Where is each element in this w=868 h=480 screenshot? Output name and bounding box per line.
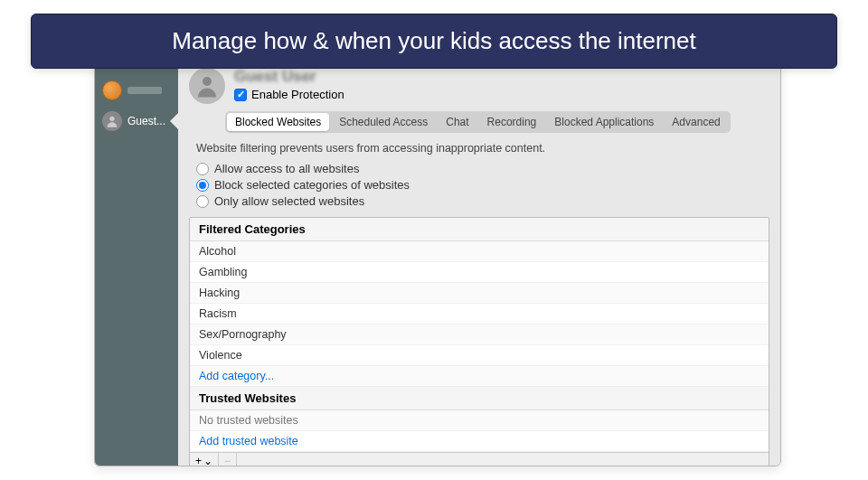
sidebar-item-label: Guest...: [127, 115, 165, 127]
radio-icon[interactable]: [196, 163, 209, 175]
radio-icon[interactable]: [196, 179, 209, 192]
trusted-empty: No trusted websites: [190, 410, 769, 431]
user-sidebar: Guest...: [95, 44, 178, 466]
add-category-link[interactable]: Add category...: [190, 366, 769, 387]
add-trusted-link[interactable]: Add trusted website: [190, 431, 769, 452]
category-item[interactable]: Racism: [190, 304, 769, 325]
sidebar-item-guest[interactable]: Guest...: [95, 106, 178, 136]
avatar-icon: [102, 80, 122, 100]
tab-recording[interactable]: Recording: [479, 113, 545, 131]
radio-icon[interactable]: [196, 195, 209, 208]
sidebar-item-label: [127, 87, 162, 94]
plus-icon: +: [195, 455, 202, 466]
user-name: Guest User: [234, 68, 344, 86]
filtered-categories-header: Filtered Categories: [190, 218, 769, 241]
category-item[interactable]: Alcohol: [190, 241, 769, 262]
enable-protection-label: Enable Protection: [251, 88, 344, 101]
radio-label: Block selected categories of websites: [214, 178, 410, 192]
filtering-description: Website filtering prevents users from ac…: [196, 142, 769, 155]
chevron-down-icon: ⌄: [203, 455, 212, 466]
user-header: Guest User Enable Protection: [189, 68, 769, 104]
main-pane: Guest User Enable Protection Blocked Web…: [178, 44, 780, 466]
radio-label: Only allow selected websites: [214, 194, 364, 208]
sidebar-item-user-0[interactable]: [95, 75, 178, 106]
tab-blocked-applications[interactable]: Blocked Applications: [546, 113, 662, 131]
radio-label: Allow access to all websites: [214, 162, 359, 175]
tab-advanced[interactable]: Advanced: [664, 113, 728, 131]
user-avatar: [189, 68, 225, 104]
tab-blocked-websites[interactable]: Blocked Websites: [227, 113, 329, 131]
tab-scheduled-access[interactable]: Scheduled Access: [331, 113, 436, 131]
radio-only-allow[interactable]: Only allow selected websites: [196, 194, 769, 208]
category-item[interactable]: Gambling: [190, 262, 769, 283]
svg-point-1: [203, 77, 212, 86]
add-button[interactable]: + ⌄: [190, 453, 219, 466]
app-window: Guest... Guest User Enable Protection Bl…: [94, 43, 781, 466]
category-item[interactable]: Sex/Pornography: [190, 325, 769, 345]
svg-point-0: [109, 117, 114, 121]
promo-banner: Manage how & when your kids access the i…: [31, 14, 837, 69]
tab-bar: Blocked Websites Scheduled Access Chat R…: [225, 111, 731, 133]
remove-button[interactable]: −: [219, 453, 237, 466]
filter-mode-group: Allow access to all websites Block selec…: [196, 162, 769, 208]
enable-protection-checkbox[interactable]: [234, 89, 247, 101]
radio-allow-all[interactable]: Allow access to all websites: [196, 162, 769, 175]
enable-protection-row[interactable]: Enable Protection: [234, 88, 344, 101]
category-item[interactable]: Hacking: [190, 283, 769, 304]
user-info: Guest User Enable Protection: [234, 68, 344, 101]
categories-panel: Filtered Categories Alcohol Gambling Hac…: [189, 217, 769, 466]
trusted-websites-header: Trusted Websites: [190, 387, 769, 410]
radio-block-categories[interactable]: Block selected categories of websites: [196, 178, 769, 192]
avatar-icon: [102, 111, 122, 131]
category-item[interactable]: Violence: [190, 345, 769, 366]
tab-chat[interactable]: Chat: [438, 113, 476, 131]
panel-toolbar: + ⌄ −: [190, 452, 769, 466]
minus-icon: −: [224, 455, 231, 466]
